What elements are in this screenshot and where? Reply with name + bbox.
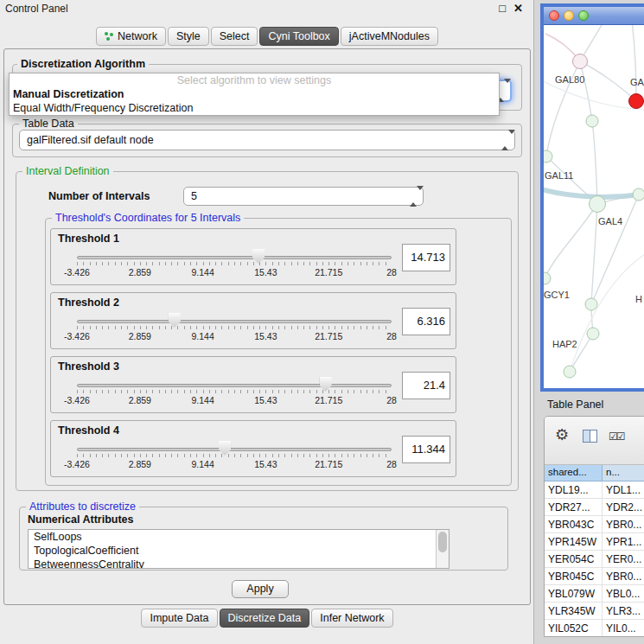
network-node[interactable]	[586, 115, 599, 128]
table-row[interactable]: YER054C YER0...	[545, 551, 644, 568]
network-window-titlebar[interactable]	[544, 7, 644, 25]
top-tab[interactable]: Cyni Toolbox	[259, 27, 338, 46]
column-header-name[interactable]: n...	[603, 465, 644, 481]
threshold-value-field[interactable]: 21.4	[402, 372, 450, 399]
list-scrollbar[interactable]	[436, 530, 449, 568]
threshold-value-field[interactable]: 14.713	[402, 244, 450, 271]
dropdown-placeholder-option[interactable]: Select algorithm to view settings	[10, 73, 499, 87]
column-header-shared-name[interactable]: shared...	[545, 465, 603, 481]
network-node[interactable]	[564, 366, 577, 379]
checkbox-icons[interactable]: ☑☑	[609, 430, 624, 443]
tick-label: 9.144	[191, 395, 214, 405]
table-row[interactable]: YIL052C YIL0...	[545, 620, 644, 637]
tick-label: -3.426	[64, 331, 90, 341]
top-tab[interactable]: Network	[96, 27, 166, 46]
network-node[interactable]	[572, 54, 588, 69]
traffic-light-minimize-icon[interactable]	[564, 10, 574, 21]
tick-label: 2.859	[129, 267, 151, 277]
table-row[interactable]: YLR345W YLR3...	[545, 603, 644, 620]
threshold-slider[interactable]: -3.426 2.859 9.144 15.43 21.715 28	[77, 229, 392, 286]
attribute-list-item[interactable]: BetweennessCentrality	[29, 558, 449, 569]
bottom-tab-bar: Impute Data Discretize Data Infer Networ…	[0, 609, 534, 628]
cell-shared-name: YBL079W	[545, 585, 603, 602]
traffic-light-close-icon[interactable]	[549, 10, 559, 21]
table-data-label: Table Data	[19, 118, 78, 130]
tab-label: Discretize Data	[228, 612, 302, 624]
bottom-tab[interactable]: Infer Network	[311, 609, 392, 628]
network-node[interactable]	[633, 188, 644, 201]
threshold-slider[interactable]: -3.426 2.859 9.144 15.43 21.715 28	[77, 357, 392, 414]
slider-track[interactable]	[77, 256, 392, 259]
attribute-list-item[interactable]: SelfLoops	[29, 530, 449, 544]
tab-label: Cyni Toolbox	[268, 30, 329, 42]
apply-button[interactable]: Apply	[232, 580, 289, 598]
dropdown-option[interactable]: Equal Width/Frequency Discretization	[10, 101, 499, 115]
table-row[interactable]: YBR045C YBR0...	[545, 568, 644, 585]
threshold-panel: Threshold 4 -3.426 2.859 9.144 15.43 21.…	[50, 420, 456, 477]
network-node[interactable]	[585, 298, 598, 311]
threshold-value-field[interactable]: 6.316	[402, 308, 450, 335]
cell-shared-name: YDL19...	[545, 481, 603, 498]
table-panel: ⚙ ☑☑ shared... n... YDL19... YDL1... YDR…	[544, 416, 644, 637]
network-node-label: H	[635, 294, 642, 304]
threshold-value-field[interactable]: 11.344	[402, 436, 450, 463]
bottom-tab[interactable]: Discretize Data	[220, 609, 310, 628]
slider-track[interactable]	[77, 320, 392, 323]
tick-label: -3.426	[64, 459, 90, 469]
network-node[interactable]	[587, 328, 600, 341]
attribute-items: SelfLoops TopologicalCoefficient Between…	[29, 530, 449, 569]
tab-label: Network	[118, 30, 157, 42]
top-tab[interactable]: jActiveMNodules	[341, 27, 438, 46]
number-of-intervals-combobox[interactable]: 5	[183, 187, 424, 206]
cell-name: YDR2...	[603, 499, 644, 515]
slider-tick-labels: -3.426 2.859 9.144 15.43 21.715 28	[77, 459, 392, 469]
cell-name: YBR0...	[603, 516, 644, 532]
top-tab[interactable]: Style	[168, 27, 209, 46]
tab-label: Select	[220, 30, 250, 42]
tick-label: 28	[386, 395, 397, 405]
table-row[interactable]: YBL079W YBL0...	[545, 585, 644, 603]
table-row[interactable]: YDR27... YDR2...	[545, 499, 644, 516]
float-window-icon[interactable]: □	[499, 2, 506, 15]
network-node[interactable]	[589, 195, 606, 213]
table-data-combobox[interactable]: galFiltered.sif default node	[19, 130, 515, 150]
dropdown-option[interactable]: Manual Discretization	[10, 87, 499, 101]
interval-definition-label: Interval Definition	[22, 165, 113, 177]
window-title: Control Panel	[5, 3, 68, 15]
table-panel-toolbar: ⚙ ☑☑	[545, 417, 644, 465]
threshold-slider[interactable]: -3.426 2.859 9.144 15.43 21.715 28	[77, 421, 392, 478]
gear-icon[interactable]: ⚙	[555, 427, 569, 443]
bottom-tab[interactable]: Impute Data	[141, 609, 217, 628]
table-row[interactable]: YBR043C YBR0...	[545, 516, 644, 533]
traffic-light-zoom-icon[interactable]	[578, 10, 589, 21]
slider-track[interactable]	[77, 448, 392, 451]
table-row[interactable]: YDL19... YDL1...	[545, 481, 644, 499]
node-attribute-table: shared... n... YDL19... YDL1... YDR27...…	[545, 465, 644, 636]
network-node[interactable]	[628, 93, 644, 109]
tick-label: 9.144	[191, 459, 214, 469]
threshold-panel: Threshold 2 -3.426 2.859 9.144 15.43 21.…	[50, 292, 456, 349]
network-node-label: GAL11	[545, 170, 573, 181]
network-node-label: GAL4	[598, 216, 622, 226]
cell-shared-name: YBR045C	[545, 568, 603, 584]
tick-label: 2.859	[129, 395, 151, 405]
top-tab[interactable]: Select	[211, 27, 258, 46]
cell-shared-name: YPR145W	[545, 533, 603, 550]
network-canvas[interactable]: GAL80 GA	[544, 25, 644, 387]
cell-name: YIL0...	[603, 620, 644, 636]
top-tab-bar: Network Style Select	[0, 27, 534, 46]
tick-label: 28	[386, 267, 397, 277]
cell-name: YPR1...	[603, 533, 644, 550]
close-icon[interactable]: ✕	[513, 2, 523, 15]
table-row[interactable]: YPR145W YPR1...	[545, 533, 644, 551]
threshold-slider[interactable]: -3.426 2.859 9.144 15.43 21.715 28	[77, 293, 392, 350]
slider-ticks	[77, 390, 392, 393]
slider-ticks	[77, 454, 392, 457]
scrollbar-thumb[interactable]	[438, 532, 447, 552]
tick-label: 15.43	[254, 395, 277, 405]
cell-name: YLR3...	[603, 603, 644, 619]
attribute-list-item[interactable]: TopologicalCoefficient	[29, 544, 449, 558]
columns-icon[interactable]	[583, 430, 597, 443]
tick-label: 21.715	[315, 331, 342, 341]
slider-track[interactable]	[77, 384, 392, 387]
